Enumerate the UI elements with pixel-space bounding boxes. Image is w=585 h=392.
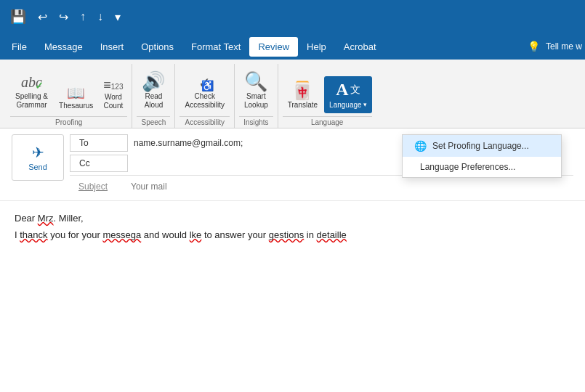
smart-lookup-label: SmartLookup <box>244 92 268 110</box>
thesaurus-label: Thesaurus <box>59 102 93 110</box>
menu-acrobat[interactable]: Acrobat <box>335 37 385 57</box>
redo-button[interactable]: ↪ <box>55 7 73 27</box>
undo-button[interactable]: ↩ <box>33 7 52 27</box>
send-button[interactable]: ✈ Send <box>12 134 64 181</box>
save-button[interactable]: 💾 <box>6 6 31 28</box>
gestions-word: gestions <box>269 229 304 240</box>
language-label: Language <box>329 101 362 110</box>
thesaurus-button[interactable]: 📖 Thesaurus <box>55 83 97 113</box>
language-icon: A <box>336 80 348 99</box>
menu-format-text[interactable]: Format Text <box>182 37 249 57</box>
ribbon-group-insights: 🔍 SmartLookup Insights <box>235 64 278 128</box>
set-proofing-label: Set Proofing Language... <box>432 141 529 151</box>
subject-input[interactable] <box>128 179 573 195</box>
word-count-button[interactable]: ≡123 WordCount <box>99 75 127 113</box>
language-dropdown-arrow: ▾ <box>363 101 367 108</box>
speech-items: 🔊 ReadAloud <box>137 67 170 113</box>
thesaurus-icon: 📖 <box>67 86 85 100</box>
spelling-label: Spelling &Grammar <box>15 92 48 110</box>
globe-icon: 🌐 <box>414 140 427 152</box>
menu-options[interactable]: Options <box>132 37 182 57</box>
set-proofing-language-item[interactable]: 🌐 Set Proofing Language... <box>403 135 561 157</box>
proofing-items: abc ✓ Spelling &Grammar 📖 Thesaurus ≡123… <box>10 67 127 113</box>
down-button[interactable]: ↓ <box>93 7 108 26</box>
language-preferences-item[interactable]: Language Preferences... <box>403 157 561 177</box>
tell-me-search[interactable]: 💡 Tell me w <box>528 41 582 52</box>
menu-message[interactable]: Message <box>36 37 92 57</box>
translate-button[interactable]: 🀄 Translate <box>283 78 323 113</box>
proofing-group-label: Proofing <box>10 116 127 126</box>
speech-group-label: Speech <box>137 116 170 126</box>
language-items: 🀄 Translate A 文 Language ▾ <box>283 67 372 113</box>
tell-me-text: Tell me w <box>546 41 582 52</box>
send-label: Send <box>28 163 47 171</box>
to-button[interactable]: To <box>70 134 128 152</box>
email-body[interactable]: Dear Mrz. Miller, I thanck you for your … <box>0 200 585 252</box>
read-aloud-icon: 🔊 <box>142 72 165 91</box>
detaille-word: detaille <box>317 229 347 240</box>
language-dropdown-menu: 🌐 Set Proofing Language... Language Pref… <box>402 134 562 178</box>
menu-bar: File Message Insert Options Format Text … <box>0 33 585 60</box>
insights-items: 🔍 SmartLookup <box>239 67 273 113</box>
more-commands-button[interactable]: ▾ <box>110 7 125 27</box>
ribbon-group-proofing: abc ✓ Spelling &Grammar 📖 Thesaurus ≡123… <box>6 64 132 128</box>
translate-icon: 🀄 <box>291 82 313 99</box>
lightbulb-icon: 💡 <box>528 41 540 52</box>
send-icon: ✈ <box>32 144 44 161</box>
word-count-label: WordCount <box>104 93 124 110</box>
insights-group-label: Insights <box>239 116 273 126</box>
ribbon-group-speech: 🔊 ReadAloud Speech <box>132 64 175 128</box>
menu-help[interactable]: Help <box>298 37 335 57</box>
menu-review[interactable]: Review <box>249 37 298 57</box>
language-group-label: Language <box>283 116 372 126</box>
word-count-icon: ≡123 <box>103 78 123 91</box>
accessibility-items: ✓ ♿ CheckAccessibility <box>179 67 229 113</box>
language-preferences-label: Language Preferences... <box>420 162 515 172</box>
smart-lookup-icon: 🔍 <box>244 72 267 91</box>
smart-lookup-button[interactable]: 🔍 SmartLookup <box>239 68 273 113</box>
language-sub-icon: 文 <box>350 83 360 97</box>
menu-file[interactable]: File <box>3 37 36 57</box>
accessibility-label: CheckAccessibility <box>185 92 224 110</box>
read-aloud-button[interactable]: 🔊 ReadAloud <box>137 68 170 113</box>
ribbon-group-language: 🀄 Translate A 文 Language ▾ Language <box>278 64 376 128</box>
check-accessibility-button[interactable]: ✓ ♿ CheckAccessibility <box>179 68 229 113</box>
messega-word: messega <box>102 229 141 240</box>
translate-label: Translate <box>288 101 318 110</box>
body-line1: Dear Mrz. Miller, <box>15 213 570 224</box>
menu-insert[interactable]: Insert <box>92 37 133 57</box>
spelling-icon: abc ✓ <box>21 70 42 91</box>
accessibility-group-label: Accessibility <box>179 116 229 126</box>
body-line2: I thanck you for your messega and would … <box>15 229 570 240</box>
accessibility-icon: ✓ ♿ <box>198 72 211 91</box>
title-bar: 💾 ↩ ↪ ↑ ↓ ▾ <box>0 0 585 33</box>
cc-button[interactable]: Cc <box>70 155 128 172</box>
ribbon: abc ✓ Spelling &Grammar 📖 Thesaurus ≡123… <box>0 60 585 128</box>
read-aloud-label: ReadAloud <box>145 92 164 110</box>
mrz-word: Mrz <box>38 213 54 224</box>
lke-word: lke <box>190 229 202 240</box>
language-button[interactable]: A 文 Language ▾ <box>324 76 372 113</box>
subject-label: Subject <box>70 179 128 195</box>
spelling-grammar-button[interactable]: abc ✓ Spelling &Grammar <box>10 67 53 113</box>
ribbon-group-accessibility: ✓ ♿ CheckAccessibility Accessibility <box>175 64 234 128</box>
subject-row: Subject <box>70 175 573 195</box>
thanck-word: thanck <box>20 229 47 240</box>
up-button[interactable]: ↑ <box>76 7 90 26</box>
